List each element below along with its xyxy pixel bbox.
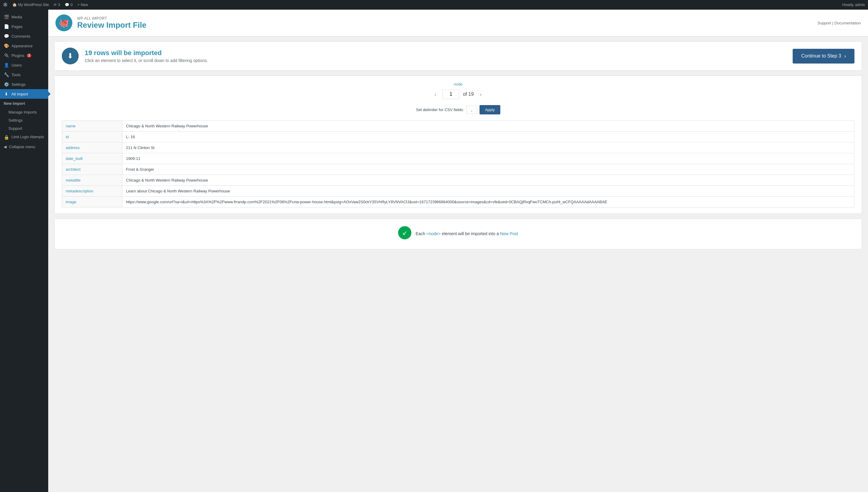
home-icon: 🏠	[13, 3, 17, 7]
submenu-item-support[interactable]: Support	[0, 124, 48, 132]
table-field-name: metatitle	[62, 175, 122, 186]
table-field-name: architect	[62, 164, 122, 175]
apply-button[interactable]: Apply	[479, 105, 500, 115]
plugin-header-links: Support | Documentation	[817, 21, 861, 25]
new-import-label[interactable]: New Import	[4, 101, 25, 106]
table-field-value: Learn about Chicago & North Western Rail…	[122, 186, 854, 197]
prev-arrow-icon: ‹	[435, 91, 437, 98]
all-import-submenu: New Import Manage Imports Settings Suppo…	[0, 99, 48, 132]
plugin-logo-icon: 🐙	[59, 18, 69, 28]
next-arrow-icon: ›	[480, 91, 482, 98]
collapse-label: Collapse menu	[9, 145, 35, 149]
csv-delimiter-label: Set delimiter for CSV fields:	[416, 107, 464, 112]
sidebar-item-label: Comments	[11, 34, 30, 39]
node-total: of 19	[463, 92, 474, 97]
table-row: metatitleChicago & North Western Railway…	[62, 175, 854, 186]
updates-count[interactable]: ⟳ 3	[54, 3, 60, 7]
note-text-before: Each	[416, 231, 426, 236]
sidebar-item-settings[interactable]: ⚙️ Settings	[0, 79, 48, 89]
table-field-value: https://www.google.com/url?sa=i&url=http…	[122, 197, 854, 207]
node-label: node	[62, 82, 854, 87]
sidebar-item-label: Limit Login At­tempts	[11, 135, 44, 140]
sidebar-item-label: All Import	[11, 92, 28, 96]
sidebar-item-plugins[interactable]: 🔌 Plugins 3	[0, 51, 48, 60]
link-separator: |	[832, 21, 833, 25]
sidebar-item-limit-login[interactable]: 🔒 Limit Login At­tempts	[0, 132, 48, 142]
download-icon: ⬇	[67, 52, 73, 60]
collapse-menu[interactable]: ◀ Collapse menu	[0, 142, 48, 151]
table-row: date_built1909-11	[62, 153, 854, 164]
page-title: Review Import File	[77, 21, 146, 30]
users-icon: 👤	[4, 63, 9, 68]
tools-icon: 🔧	[4, 72, 9, 77]
submenu-item-settings[interactable]: Settings	[0, 116, 48, 124]
note-icon: ↙	[398, 226, 412, 239]
new-post-link[interactable]: New Post	[500, 231, 518, 236]
plugins-badge: 3	[27, 54, 32, 57]
import-note: ↙ Each <node> element will be imported i…	[54, 219, 862, 249]
main-content: 🐙 WP ALL IMPORT Review Import File Suppo…	[48, 10, 868, 492]
limit-login-icon: 🔒	[4, 135, 9, 140]
import-summary-left: ⬇ 19 rows will be imported Click an elem…	[62, 48, 208, 65]
table-row: architectFrost & Granger	[62, 164, 854, 175]
continue-to-step3-button[interactable]: Continue to Step 3 ›	[793, 49, 854, 64]
delimiter-input[interactable]	[466, 106, 477, 114]
sidebar-item-label: Users	[11, 63, 22, 68]
plugin-header-left: 🐙 WP ALL IMPORT Review Import File	[55, 15, 146, 31]
wp-logo-icon: ✻	[3, 1, 7, 8]
table-field-value: Frost & Granger	[122, 164, 854, 175]
submenu-item-manage-imports[interactable]: Manage Imports	[0, 108, 48, 116]
sidebar-item-label: Media	[11, 15, 22, 19]
rows-count: 19	[85, 49, 92, 57]
updates-icon: ⟳	[54, 3, 57, 7]
sidebar-item-users[interactable]: 👤 Users	[0, 60, 48, 70]
support-link[interactable]: Support	[817, 21, 831, 25]
comments-nav-icon: 💬	[4, 34, 9, 39]
plugin-header: 🐙 WP ALL IMPORT Review Import File Suppo…	[48, 10, 868, 36]
media-icon: 🎬	[4, 15, 9, 19]
table-row: idL- 16	[62, 131, 854, 142]
node-page-input[interactable]	[442, 90, 459, 99]
table-field-name: address	[62, 142, 122, 153]
plugins-icon: 🔌	[4, 53, 9, 58]
documentation-link[interactable]: Documentation	[835, 21, 861, 25]
appearance-icon: 🎨	[4, 43, 9, 48]
comments-count[interactable]: 💬 0	[65, 3, 73, 7]
howdy-text: Howdy, admin	[842, 3, 865, 7]
sidebar-item-media[interactable]: 🎬 Media	[0, 12, 48, 22]
note-text-middle: element will be imported into a	[441, 231, 500, 236]
note-node-tag: <node>	[426, 231, 441, 236]
table-field-name: name	[62, 121, 122, 131]
collapse-icon: ◀	[4, 145, 7, 149]
site-name[interactable]: 🏠 My WordPress Site	[13, 3, 49, 7]
table-field-value: Chicago & North Western Railway Powerhou…	[122, 175, 854, 186]
comments-icon: 💬	[65, 3, 69, 7]
settings-icon: ⚙️	[4, 82, 9, 87]
continue-btn-label: Continue to Step 3	[801, 53, 841, 59]
csv-delimiter-row: Set delimiter for CSV fields: Apply	[62, 105, 854, 115]
prev-node-button[interactable]: ‹	[432, 90, 439, 99]
table-field-value: 1909-11	[122, 153, 854, 164]
sidebar-item-label: Appearance	[11, 44, 32, 48]
pages-icon: 📄	[4, 24, 9, 29]
sidebar-item-tools[interactable]: 🔧 Tools	[0, 70, 48, 79]
table-field-value: Chicago & North Western Railway Powerhou…	[122, 121, 854, 131]
table-field-name: metadescription	[62, 186, 122, 197]
all-import-icon: ⬇	[4, 92, 9, 96]
plugin-title-area: WP ALL IMPORT Review Import File	[77, 16, 146, 30]
sidebar-item-comments[interactable]: 💬 Comments	[0, 31, 48, 41]
sidebar-item-appearance[interactable]: 🎨 Appearance	[0, 41, 48, 51]
node-nav: ‹ of 19 ›	[62, 90, 854, 99]
sidebar-item-label: Settings	[11, 82, 26, 87]
table-row: metadescriptionLearn about Chicago & Nor…	[62, 186, 854, 197]
plugin-logo: 🐙	[55, 15, 72, 31]
new-content[interactable]: + New	[77, 3, 88, 7]
sidebar-item-label: Tools	[11, 73, 21, 77]
next-node-button[interactable]: ›	[477, 90, 484, 99]
table-row: nameChicago & North Western Railway Powe…	[62, 121, 854, 131]
import-data-table: nameChicago & North Western Railway Powe…	[62, 120, 854, 207]
import-summary-card: ⬇ 19 rows will be imported Click an elem…	[54, 41, 862, 71]
sidebar-item-pages[interactable]: 📄 Pages	[0, 22, 48, 31]
sidebar-item-all-import[interactable]: ⬇ All Import	[0, 89, 48, 99]
content-area: ⬇ 19 rows will be imported Click an elem…	[48, 36, 868, 254]
